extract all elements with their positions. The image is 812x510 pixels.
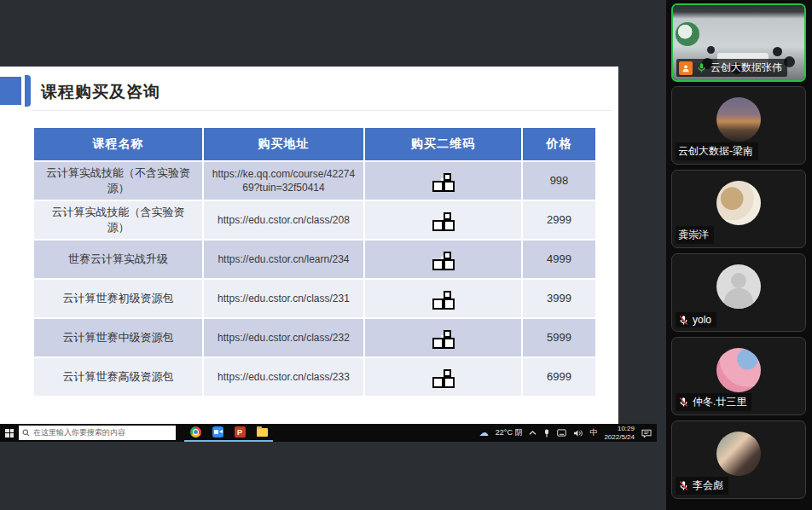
- participant-tile[interactable]: 云创大数据-梁南: [671, 86, 806, 165]
- start-button[interactable]: [0, 424, 19, 442]
- participant-name-bar: 龚崇洋: [676, 226, 714, 244]
- system-tray: ☁ 22°C 阴 中 10:29 2022/5/24: [479, 425, 657, 442]
- qr-code-cell: [365, 201, 521, 239]
- participant-name: 龚崇洋: [678, 228, 709, 242]
- participant-name-bar: 云创大数据张伟: [676, 59, 787, 77]
- course-url-cell: https://edu.cstor.cn/class/231: [204, 280, 363, 317]
- search-placeholder: 在这里输入你要搜索的内容: [33, 427, 125, 438]
- volume-icon[interactable]: [573, 429, 583, 438]
- participant-name: 仲冬.廿三里: [693, 395, 746, 409]
- participant-name: 李会彪: [693, 478, 723, 493]
- participant-name-bar: 李会彪: [676, 477, 728, 495]
- taskbar-app-meeting[interactable]: [206, 424, 229, 442]
- avatar: [716, 348, 761, 392]
- course-name-cell: 云计算世赛中级资源包: [34, 319, 202, 356]
- qr-code-cell: [365, 358, 521, 396]
- mic-on-icon: [696, 62, 707, 73]
- windows-taskbar: 在这里输入你要搜索的内容 P ☁ 22°C 阴 中: [0, 424, 657, 442]
- qr-code-cell: [365, 162, 521, 200]
- participant-name-bar: 云创大数据-梁南: [676, 142, 758, 160]
- weather-cloud-icon: ☁: [479, 427, 489, 438]
- course-url-cell: https://edu.cstor.cn/class/233: [204, 358, 363, 396]
- column-header: 课程名称: [34, 128, 202, 160]
- shared-screen-area: 课程购买及咨询 课程名称 购买地址 购买二维码 价格 云计算实战技能（不含实验资…: [0, 0, 666, 510]
- course-name-cell: 世赛云计算实战升级: [34, 241, 202, 278]
- avatar: [716, 97, 761, 142]
- course-name-cell: 云计算实战技能（不含实验资源）: [34, 162, 202, 200]
- tray-pin-icon[interactable]: [543, 429, 550, 438]
- participant-tile[interactable]: 李会彪: [671, 420, 806, 499]
- ime-indicator[interactable]: 中: [589, 427, 597, 438]
- participant-name-bar: 仲冬.廿三里: [676, 393, 751, 411]
- price-cell: 998: [523, 162, 595, 200]
- chrome-icon: [190, 426, 201, 438]
- course-name-cell: 云计算世赛初级资源包: [34, 280, 202, 317]
- avatar: [716, 181, 761, 225]
- taskbar-search-input[interactable]: 在这里输入你要搜索的内容: [19, 426, 176, 440]
- title-accent-square: [0, 77, 21, 105]
- mic-muted-icon: [678, 397, 689, 408]
- file-explorer-icon: [257, 428, 268, 437]
- participant-name: 云创大数据-梁南: [678, 144, 753, 159]
- search-icon: [22, 429, 30, 437]
- participant-tile[interactable]: yolo: [671, 253, 806, 332]
- participant-tile[interactable]: 龚崇洋: [671, 170, 806, 248]
- people-in-room: [707, 46, 715, 54]
- course-url-cell: https://edu.cstor.cn/learn/234: [204, 241, 363, 278]
- participant-name: 云创大数据张伟: [710, 61, 782, 75]
- participant-sidebar: 云创大数据张伟 云创大数据-梁南 龚崇洋 yolo: [666, 0, 812, 510]
- avatar: [716, 264, 761, 309]
- course-name-cell: 云计算实战技能（含实验资源）: [34, 201, 202, 239]
- company-logo-on-wall: [676, 22, 699, 46]
- clock-date: 2022/5/24: [604, 433, 635, 441]
- course-name-cell: 云计算世赛高级资源包: [34, 358, 202, 396]
- host-badge-icon: [679, 61, 693, 75]
- hidden-icons-chevron-icon[interactable]: [529, 430, 536, 436]
- qr-code-cell: [365, 280, 521, 317]
- qr-code-cell: [365, 319, 521, 356]
- qr-code-cell: [365, 241, 521, 278]
- avatar: [716, 432, 761, 476]
- tencent-meeting-icon: [212, 426, 223, 438]
- price-cell: 5999: [523, 319, 595, 356]
- price-cell: 4999: [523, 241, 595, 278]
- meeting-app-window: 课程购买及咨询 课程名称 购买地址 购买二维码 价格 云计算实战技能（不含实验资…: [0, 0, 812, 510]
- column-header: 购买二维码: [365, 128, 521, 160]
- course-url-cell: https://edu.cstor.cn/class/208: [204, 201, 363, 239]
- tray-keyboard-icon[interactable]: [557, 429, 566, 437]
- mic-muted-icon: [678, 315, 689, 326]
- taskbar-app-explorer[interactable]: [251, 424, 273, 442]
- taskbar-app-chrome[interactable]: [184, 424, 206, 442]
- windows-logo-icon: [5, 429, 14, 438]
- course-url-cell: https://ke.qq.com/course/4227469?tuin=32…: [204, 162, 363, 200]
- powerpoint-icon: P: [235, 426, 246, 438]
- course-url-cell: https://edu.cstor.cn/class/232: [204, 319, 363, 356]
- price-cell: 2999: [523, 201, 595, 239]
- presentation-slide: 课程购买及咨询 课程名称 购买地址 购买二维码 价格 云计算实战技能（不含实验资…: [0, 67, 618, 424]
- title-divider: [32, 110, 612, 111]
- slide-title: 课程购买及咨询: [41, 81, 160, 103]
- weather-text[interactable]: 22°C 阴: [496, 427, 523, 438]
- course-table: 课程名称 购买地址 购买二维码 价格 云计算实战技能（不含实验资源） https…: [34, 128, 590, 396]
- price-cell: 6999: [523, 358, 595, 396]
- participant-name-bar: yolo: [676, 312, 716, 327]
- notification-center-icon[interactable]: [641, 428, 652, 438]
- column-header: 价格: [523, 128, 595, 160]
- participant-tile-active-speaker[interactable]: 云创大数据张伟: [671, 3, 806, 82]
- taskbar-app-powerpoint[interactable]: P: [229, 424, 251, 442]
- taskbar-clock[interactable]: 10:29 2022/5/24: [604, 425, 635, 442]
- price-cell: 3999: [523, 280, 595, 317]
- column-header: 购买地址: [204, 128, 363, 160]
- participant-tile[interactable]: 仲冬.廿三里: [671, 337, 806, 415]
- clock-time: 10:29: [618, 425, 635, 432]
- title-accent-bar: [25, 75, 31, 107]
- mic-muted-icon: [678, 480, 689, 491]
- participant-name: yolo: [693, 314, 711, 326]
